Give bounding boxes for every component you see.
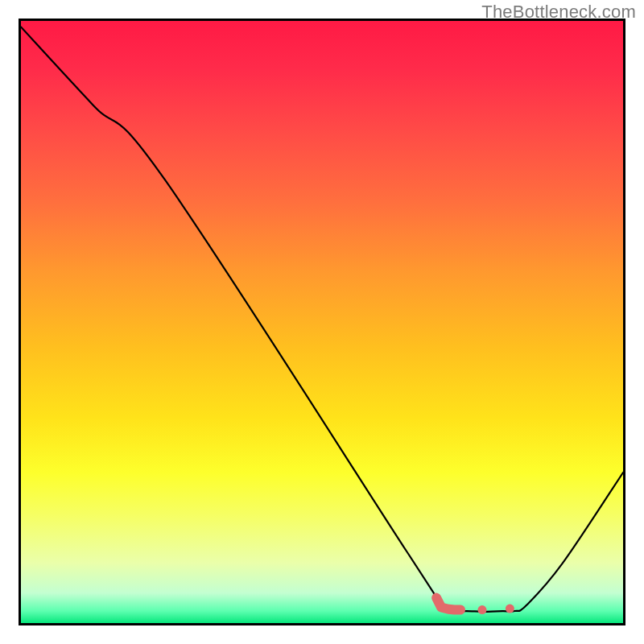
plot-frame xyxy=(19,19,625,625)
chart-container: TheBottleneck.com xyxy=(0,0,644,644)
chart-svg xyxy=(21,21,623,623)
accent-dot xyxy=(506,605,514,613)
accent-run xyxy=(436,598,460,610)
accent-dot xyxy=(477,605,486,614)
main-curve-line xyxy=(21,27,623,611)
